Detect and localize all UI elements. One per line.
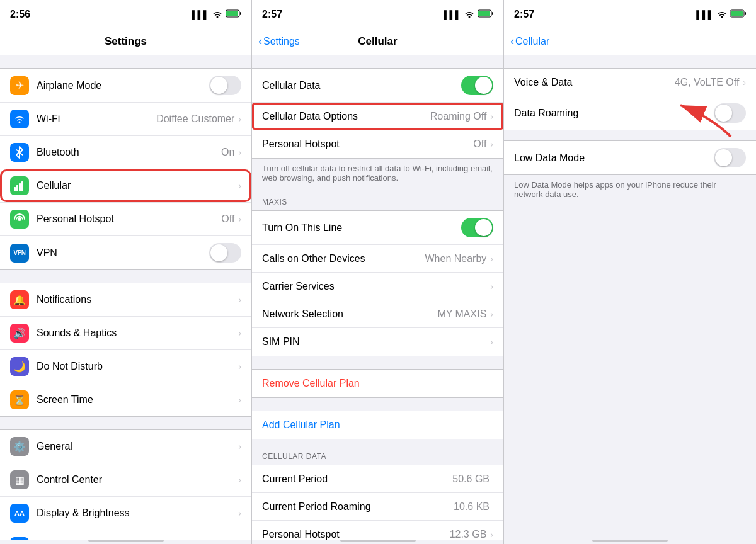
turnonline-label: Turn On This Line	[262, 222, 461, 234]
lowdatamode-toggle[interactable]	[714, 148, 746, 167]
networkselection-chevron: ›	[490, 309, 493, 319]
callsother-label: Calls on Other Devices	[262, 253, 425, 264]
screentime-label: Screen Time	[37, 394, 238, 405]
airplane-toggle[interactable]	[209, 76, 241, 95]
general-group: ⚙️ General › ▦ Control Center › AA Displ…	[0, 429, 251, 540]
list-item-addplan[interactable]: Add Cellular Plan	[252, 411, 503, 439]
status-icons-1: ▌▌▌	[192, 9, 241, 20]
list-item-airplane[interactable]: ✈ Airplane Mode	[0, 69, 251, 103]
list-item-screentime[interactable]: ⏳ Screen Time ›	[0, 383, 251, 416]
vpn-toggle[interactable]	[209, 243, 241, 263]
dataoptions-back-button[interactable]: ‹ Cellular	[510, 35, 549, 48]
connectivity-group: ✈ Airplane Mode Wi-Fi Doiffee Customer ›	[0, 68, 251, 270]
bluetooth-icon	[10, 143, 29, 162]
callsother-value: When Nearby	[425, 253, 487, 264]
back-label-2: Settings	[263, 36, 300, 47]
panel-settings: 2:56 ▌▌▌ Settings ✈ Airplane Mode	[0, 0, 252, 544]
currentperiod-value: 50.6 GB	[452, 473, 490, 485]
simpin-chevron: ›	[490, 337, 493, 347]
vpn-label: VPN	[37, 247, 209, 259]
voicedata-label: Voice & Data	[514, 77, 675, 88]
back-chevron-2: ‹	[258, 35, 262, 48]
list-item-cellulardata[interactable]: Cellular Data	[252, 69, 503, 103]
cellular-chevron: ›	[238, 181, 241, 191]
list-item-wifi[interactable]: Wi-Fi Doiffee Customer ›	[0, 103, 251, 136]
cellulardataoptions-value: Roaming Off	[430, 111, 487, 122]
turnonline-toggle[interactable]	[461, 218, 493, 237]
list-item-controlcenter[interactable]: ▦ Control Center ›	[0, 463, 251, 497]
battery-icon-3	[730, 9, 746, 20]
settings-title: Settings	[105, 35, 147, 48]
cellular-scroll[interactable]: Cellular Data Cellular Data Options Roam…	[252, 55, 503, 540]
svg-rect-3	[14, 187, 16, 191]
list-item-cellular[interactable]: Cellular ›	[0, 169, 251, 203]
list-item-networkselection[interactable]: Network Selection MY MAXIS ›	[252, 300, 503, 328]
wifi-icon-1	[212, 10, 222, 20]
list-item-personalhotspot[interactable]: Personal Hotspot Off ›	[252, 130, 503, 158]
cellular-top-group: Cellular Data Cellular Data Options Roam…	[252, 68, 503, 159]
maxis-header: MAXIS	[252, 198, 503, 210]
wifi-value: Doiffee Customer	[156, 113, 234, 125]
accessibility-icon: ♿	[10, 537, 29, 540]
voicedata-value: 4G, VoLTE Off	[675, 77, 740, 88]
section-cellular-top: Cellular Data Cellular Data Options Roam…	[252, 68, 503, 159]
remove-plan-group: Remove Cellular Plan	[252, 369, 503, 398]
cellulardata-label: Cellular Data	[262, 80, 461, 91]
networkselection-value: MY MAXIS	[437, 309, 486, 320]
battery-icon-1	[226, 9, 241, 20]
list-item-cellulardataoptions[interactable]: Cellular Data Options Roaming Off ›	[252, 103, 503, 130]
list-item-accessibility[interactable]: ♿ Accessibility ›	[0, 530, 251, 540]
settings-scroll[interactable]: ✈ Airplane Mode Wi-Fi Doiffee Customer ›	[0, 55, 251, 540]
notifications-chevron: ›	[238, 295, 241, 305]
notifications-label: Notifications	[37, 294, 238, 305]
list-item-bluetooth[interactable]: Bluetooth On ›	[0, 136, 251, 169]
screentime-icon: ⏳	[10, 390, 29, 409]
dataoptions-scroll[interactable]: Voice & Data 4G, VoLTE Off › Data Roamin…	[504, 55, 756, 540]
donotdisturb-icon: 🌙	[10, 357, 29, 376]
simpin-label: SIM PIN	[262, 336, 490, 348]
nav-bar-settings: Settings	[0, 28, 251, 55]
back-label-3: Cellular	[515, 36, 549, 47]
svg-rect-4	[16, 185, 18, 191]
cellular-nav-title: Cellular	[358, 35, 397, 48]
lowdatamode-description: Low Data Mode helps apps on your iPhone …	[504, 175, 756, 207]
svg-rect-9	[478, 11, 490, 16]
cellulardata-toggle[interactable]	[461, 76, 493, 95]
list-item-carrierservices[interactable]: Carrier Services ›	[252, 273, 503, 300]
hotspot-label: Personal Hotspot	[37, 213, 221, 225]
list-item-displaybrightness[interactable]: AA Display & Brightness ›	[0, 497, 251, 530]
svg-rect-13	[745, 12, 746, 15]
bluetooth-label: Bluetooth	[37, 147, 221, 158]
hotspot-icon	[10, 210, 29, 229]
general-chevron: ›	[238, 441, 241, 451]
cellular-back-button[interactable]: ‹ Settings	[258, 35, 300, 48]
status-bar-1: 2:56 ▌▌▌	[0, 0, 251, 28]
list-item-personalhotspot2[interactable]: Personal Hotspot 12.3 GB ›	[252, 521, 503, 540]
cellular-icon	[10, 176, 29, 195]
list-item-general[interactable]: ⚙️ General ›	[0, 430, 251, 463]
cellulardataoptions-label: Cellular Data Options	[262, 111, 430, 122]
list-item-callsother[interactable]: Calls on Other Devices When Nearby ›	[252, 245, 503, 273]
list-item-sounds[interactable]: 🔊 Sounds & Haptics ›	[0, 317, 251, 350]
currentroaming-label: Current Period Roaming	[262, 501, 454, 513]
list-item-turnonline[interactable]: Turn On This Line	[252, 211, 503, 245]
cellulardataoptions-chevron: ›	[490, 111, 493, 122]
list-item-removeplan[interactable]: Remove Cellular Plan	[252, 370, 503, 397]
personalhotspot2-label: Personal Hotspot	[262, 529, 450, 540]
controlcenter-chevron: ›	[238, 475, 241, 485]
list-item-simpin[interactable]: SIM PIN ›	[252, 328, 503, 356]
section-lowdatamode: Low Data Mode Low Data Mode helps apps o…	[504, 140, 756, 207]
general-icon: ⚙️	[10, 437, 29, 456]
list-item-hotspot[interactable]: Personal Hotspot Off ›	[0, 203, 251, 236]
wifi-icon-2	[464, 10, 474, 20]
list-item-donotdisturb[interactable]: 🌙 Do Not Disturb ›	[0, 350, 251, 383]
cellular-description: Turn off cellular data to restrict all d…	[252, 159, 503, 185]
list-item-lowdatamode[interactable]: Low Data Mode	[504, 141, 756, 174]
donotdisturb-label: Do Not Disturb	[37, 361, 238, 372]
bluetooth-chevron: ›	[238, 147, 241, 157]
status-icons-3: ▌▌▌	[696, 9, 746, 20]
list-item-vpn[interactable]: VPN VPN	[0, 236, 251, 269]
panel-cellular: 2:57 ▌▌▌ ‹ Settings Cellular Cellular Da…	[252, 0, 504, 544]
list-item-notifications[interactable]: 🔔 Notifications ›	[0, 283, 251, 317]
time-3: 2:57	[514, 9, 534, 20]
